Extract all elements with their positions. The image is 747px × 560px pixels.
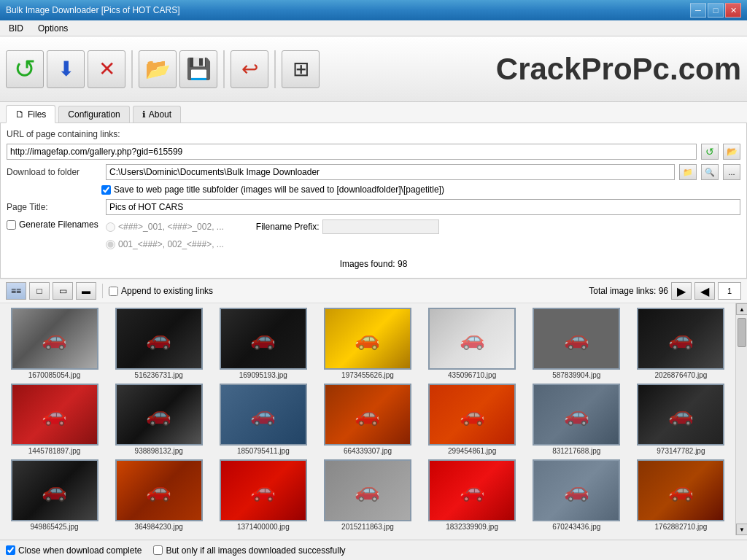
window-controls: ─ □ ✕ (690, 3, 741, 18)
images-found-text: Images found: 98 (340, 259, 408, 269)
status-bar: Close when download complete But only if… (0, 540, 747, 560)
scroll-down-button[interactable]: ▼ (736, 524, 747, 535)
image-cell[interactable]: 🚗 1832339909.jpg (422, 459, 522, 531)
back-icon: ↩ (241, 57, 258, 81)
image-cell[interactable]: 🚗 973147782.jpg (631, 384, 731, 455)
view-large-button[interactable]: □ (29, 282, 50, 300)
refresh-icon: ↺ (14, 56, 36, 82)
filename-prefix-input[interactable] (322, 219, 439, 234)
image-cell[interactable]: 🚗 1445781897.jpg (4, 384, 104, 455)
radio-row-1: <###>_001, <###>_002, ... Filename Prefi… (106, 219, 740, 234)
grid-button[interactable]: ⊞ (282, 50, 320, 88)
toolbar-divider-1 (131, 50, 133, 88)
image-cell[interactable]: 🚗 299454861.jpg (422, 384, 522, 455)
image-cell[interactable]: 🚗 938898132.jpg (109, 384, 209, 455)
radio-row-2: 001_<###>, 002_<###>, ... (106, 239, 740, 249)
download-button[interactable]: ⬇ (47, 50, 85, 88)
image-caption: 587839904.jpg (552, 371, 600, 379)
save-button[interactable]: 💾 (179, 50, 217, 88)
subfolder-checkbox[interactable] (101, 185, 111, 195)
page-title-input[interactable] (106, 199, 740, 215)
play-button[interactable]: ▶ (671, 282, 692, 300)
image-caption: 1850795411.jpg (237, 447, 290, 455)
image-caption: 299454861.jpg (448, 447, 496, 455)
image-caption: 938898132.jpg (135, 447, 183, 455)
filename-format-radio-2[interactable] (106, 240, 115, 249)
content-area: URL of page containing links: ↺ 📂 Downlo… (0, 123, 747, 279)
cancel-button[interactable]: ✕ (88, 50, 125, 88)
menu-bid[interactable]: BID (3, 22, 29, 35)
tab-configuration[interactable]: Configuration (58, 106, 129, 122)
image-cell[interactable]: 🚗 949865425.jpg (4, 459, 104, 531)
image-caption: 2026876470.jpg (655, 371, 708, 379)
only-if-all-row: But only if all images downloaded succes… (153, 545, 345, 556)
close-when-done-row: Close when download complete (6, 545, 142, 556)
about-tab-icon: ℹ (142, 109, 146, 120)
about-tab-label: About (149, 109, 171, 120)
folder-input[interactable] (106, 164, 675, 180)
image-caption: 1445781897.jpg (28, 447, 81, 455)
image-caption: 364984230.jpg (135, 523, 183, 531)
image-cell[interactable]: 🚗 664339307.jpg (317, 384, 417, 455)
url-input[interactable] (7, 144, 697, 160)
page-title-label: Page Title: (7, 202, 101, 212)
image-cell[interactable]: 🚗 1371400000.jpg (213, 459, 313, 531)
folder-open-icon: 📂 (145, 57, 171, 81)
image-caption: 1832339909.jpg (446, 523, 498, 531)
view-medium-button[interactable]: ▭ (53, 282, 73, 300)
folder-browse-button[interactable]: 📁 (679, 164, 697, 180)
scroll-up-button[interactable]: ▲ (736, 303, 747, 315)
scrollbar[interactable]: ▲ ▼ (735, 303, 747, 535)
image-caption: 435096710.jpg (448, 371, 496, 379)
url-row: URL of page containing links: (7, 129, 740, 139)
maximize-button[interactable]: □ (708, 3, 724, 18)
image-caption: 516236731.jpg (135, 371, 183, 379)
image-cell[interactable]: 🚗 1670085054.jpg (4, 308, 104, 379)
only-if-all-checkbox[interactable] (153, 545, 163, 555)
image-grid-container: 🚗 1670085054.jpg 🚗 516236731.jpg 🚗 16909… (0, 303, 747, 535)
image-cell[interactable]: 🚗 1973455626.jpg (317, 308, 417, 379)
image-cell[interactable]: 🚗 670243436.jpg (527, 459, 627, 531)
generate-filenames-checkbox[interactable] (7, 220, 16, 230)
image-cell[interactable]: 🚗 587839904.jpg (527, 308, 627, 379)
folder-search-button[interactable]: 🔍 (701, 164, 719, 180)
grid-icon: ⊞ (293, 57, 309, 81)
image-cell[interactable]: 🚗 364984230.jpg (109, 459, 209, 531)
view-small-button[interactable]: ▬ (76, 282, 96, 300)
total-links: Total image links: 96 (589, 286, 668, 296)
refresh-button[interactable]: ↺ (6, 50, 44, 88)
image-cell[interactable]: 🚗 1762882710.jpg (631, 459, 731, 531)
close-when-done-label: Close when download complete (18, 545, 142, 556)
url-refresh-button[interactable]: ↺ (701, 144, 719, 160)
image-cell[interactable]: 🚗 2015211863.jpg (317, 459, 417, 531)
append-checkbox[interactable] (109, 287, 118, 296)
subfolder-label: Save to web page title subfolder (images… (114, 184, 444, 195)
menu-options[interactable]: Options (32, 22, 74, 35)
url-folder-button[interactable]: 📂 (723, 144, 740, 160)
minimize-button[interactable]: ─ (690, 3, 706, 18)
scrollbar-thumb[interactable] (738, 318, 746, 347)
open-folder-button[interactable]: 📂 (139, 50, 177, 88)
menu-bar: BID Options (0, 20, 747, 36)
prev-button[interactable]: ◀ (694, 282, 715, 300)
filename-format-radio-1[interactable] (106, 222, 115, 232)
append-label: Append to existing links (121, 286, 213, 296)
close-button[interactable]: ✕ (725, 3, 741, 18)
close-when-done-checkbox[interactable] (6, 545, 15, 555)
image-cell[interactable]: 🚗 516236731.jpg (109, 308, 209, 379)
image-cell[interactable]: 🚗 435096710.jpg (422, 308, 522, 379)
image-caption: 1371400000.jpg (237, 523, 290, 531)
image-cell[interactable]: 🚗 169095193.jpg (213, 308, 313, 379)
image-cell[interactable]: 🚗 831217688.jpg (527, 384, 627, 455)
tab-files[interactable]: 🗋 Files (6, 105, 55, 123)
scrollbar-track[interactable] (736, 315, 747, 524)
toolbar-divider-3 (274, 50, 276, 88)
image-cell[interactable]: 🚗 1850795411.jpg (213, 384, 313, 455)
tab-about[interactable]: ℹ About (133, 106, 181, 122)
image-toolbar: ≡≡ □ ▭ ▬ Append to existing links Total … (0, 279, 747, 303)
image-cell[interactable]: 🚗 2026876470.jpg (631, 308, 731, 379)
folder-more-button[interactable]: ... (723, 164, 740, 180)
view-all-button[interactable]: ≡≡ (6, 282, 26, 300)
back-button[interactable]: ↩ (231, 50, 268, 88)
image-caption: 831217688.jpg (552, 447, 600, 455)
